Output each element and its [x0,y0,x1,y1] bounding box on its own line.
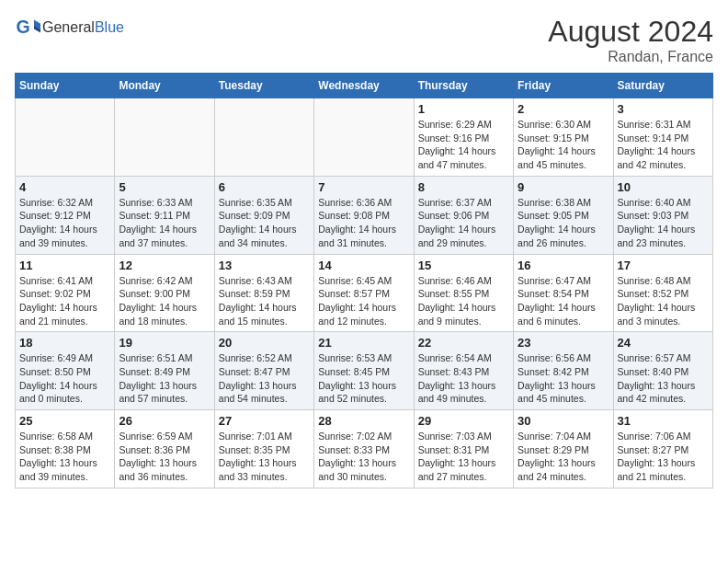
calendar-cell [115,98,214,177]
day-info: Sunrise: 6:40 AMSunset: 9:03 PMDaylight:… [618,196,709,250]
calendar-cell: 22Sunrise: 6:54 AMSunset: 8:43 PMDayligh… [414,332,513,410]
calendar-week-row: 1Sunrise: 6:29 AMSunset: 9:16 PMDaylight… [16,98,713,177]
day-number: 6 [219,180,310,194]
calendar-cell: 7Sunrise: 6:36 AMSunset: 9:08 PMDaylight… [314,176,414,254]
day-number: 18 [19,336,110,350]
calendar-cell [16,98,115,177]
calendar-header-thursday: Thursday [414,74,513,98]
calendar-cell: 14Sunrise: 6:45 AMSunset: 8:57 PMDayligh… [314,254,414,332]
day-number: 15 [418,259,509,272]
calendar-cell [314,98,414,177]
calendar-cell: 5Sunrise: 6:33 AMSunset: 9:11 PMDaylight… [115,176,214,254]
day-number: 30 [518,414,609,428]
calendar-cell: 26Sunrise: 6:59 AMSunset: 8:36 PMDayligh… [115,410,214,488]
calendar-week-row: 25Sunrise: 6:58 AMSunset: 8:38 PMDayligh… [16,410,713,488]
day-number: 2 [518,102,609,116]
day-number: 7 [318,180,409,194]
calendar-cell: 17Sunrise: 6:48 AMSunset: 8:52 PMDayligh… [613,254,712,332]
day-number: 10 [618,180,709,194]
day-info: Sunrise: 6:58 AMSunset: 8:38 PMDaylight:… [19,430,110,484]
title-section: August 2024 Randan, France [548,15,713,65]
day-number: 8 [418,180,509,194]
calendar-week-row: 4Sunrise: 6:32 AMSunset: 9:12 PMDaylight… [16,176,713,254]
day-info: Sunrise: 6:47 AMSunset: 8:54 PMDaylight:… [518,274,609,328]
day-number: 24 [618,336,709,350]
calendar-cell: 18Sunrise: 6:49 AMSunset: 8:50 PMDayligh… [16,332,115,410]
day-number: 1 [418,102,509,116]
calendar-cell: 3Sunrise: 6:31 AMSunset: 9:14 PMDaylight… [613,98,712,177]
logo-blue-text: Blue [95,19,124,35]
calendar-header-saturday: Saturday [613,74,712,98]
day-info: Sunrise: 7:04 AMSunset: 8:29 PMDaylight:… [518,430,609,484]
day-info: Sunrise: 6:59 AMSunset: 8:36 PMDaylight:… [119,430,210,484]
day-info: Sunrise: 6:52 AMSunset: 8:47 PMDaylight:… [219,351,310,406]
calendar-cell: 29Sunrise: 7:03 AMSunset: 8:31 PMDayligh… [414,410,513,488]
calendar-cell: 8Sunrise: 6:37 AMSunset: 9:06 PMDaylight… [414,176,513,254]
calendar-cell: 4Sunrise: 6:32 AMSunset: 9:12 PMDaylight… [16,176,115,254]
calendar-cell: 28Sunrise: 7:02 AMSunset: 8:33 PMDayligh… [314,410,414,488]
day-number: 4 [19,180,110,194]
calendar-header-wednesday: Wednesday [314,74,414,98]
calendar-week-row: 18Sunrise: 6:49 AMSunset: 8:50 PMDayligh… [16,332,713,410]
day-info: Sunrise: 6:54 AMSunset: 8:43 PMDaylight:… [418,351,509,406]
calendar-header-tuesday: Tuesday [214,74,313,98]
day-info: Sunrise: 7:01 AMSunset: 8:35 PMDaylight:… [219,430,310,484]
month-year: August 2024 [548,15,713,49]
calendar-cell: 2Sunrise: 6:30 AMSunset: 9:15 PMDaylight… [514,98,613,177]
calendar-cell: 27Sunrise: 7:01 AMSunset: 8:35 PMDayligh… [214,410,313,488]
calendar-cell: 24Sunrise: 6:57 AMSunset: 8:40 PMDayligh… [613,332,712,410]
calendar-cell: 19Sunrise: 6:51 AMSunset: 8:49 PMDayligh… [115,332,214,410]
day-info: Sunrise: 6:37 AMSunset: 9:06 PMDaylight:… [418,196,509,250]
day-info: Sunrise: 7:03 AMSunset: 8:31 PMDaylight:… [418,430,509,484]
calendar-cell: 1Sunrise: 6:29 AMSunset: 9:16 PMDaylight… [414,98,513,177]
day-info: Sunrise: 6:33 AMSunset: 9:11 PMDaylight:… [119,196,210,250]
day-info: Sunrise: 6:36 AMSunset: 9:08 PMDaylight:… [318,196,409,250]
day-number: 16 [518,259,609,272]
day-info: Sunrise: 6:56 AMSunset: 8:42 PMDaylight:… [518,351,609,406]
calendar-cell: 31Sunrise: 7:06 AMSunset: 8:27 PMDayligh… [613,410,712,488]
calendar-cell: 20Sunrise: 6:52 AMSunset: 8:47 PMDayligh… [214,332,313,410]
day-info: Sunrise: 6:53 AMSunset: 8:45 PMDaylight:… [318,351,409,406]
calendar-header-monday: Monday [115,74,214,98]
day-number: 23 [518,336,609,350]
day-info: Sunrise: 6:41 AMSunset: 9:02 PMDaylight:… [19,274,110,328]
calendar-week-row: 11Sunrise: 6:41 AMSunset: 9:02 PMDayligh… [16,254,713,332]
calendar-cell: 6Sunrise: 6:35 AMSunset: 9:09 PMDaylight… [214,176,313,254]
logo-general-text: General [42,19,95,35]
day-number: 25 [19,414,110,428]
day-number: 3 [618,102,709,116]
logo-icon: G [15,15,40,40]
day-info: Sunrise: 6:48 AMSunset: 8:52 PMDaylight:… [618,274,709,328]
calendar-header-friday: Friday [514,74,613,98]
day-info: Sunrise: 7:02 AMSunset: 8:33 PMDaylight:… [318,430,409,484]
day-info: Sunrise: 7:06 AMSunset: 8:27 PMDaylight:… [618,430,709,484]
day-number: 27 [219,414,310,428]
day-number: 12 [119,259,210,272]
day-info: Sunrise: 6:49 AMSunset: 8:50 PMDaylight:… [19,351,110,406]
day-info: Sunrise: 6:31 AMSunset: 9:14 PMDaylight:… [618,118,709,172]
day-info: Sunrise: 6:57 AMSunset: 8:40 PMDaylight:… [618,351,709,406]
day-number: 29 [418,414,509,428]
svg-text:G: G [16,17,29,37]
day-info: Sunrise: 6:43 AMSunset: 8:59 PMDaylight:… [219,274,310,328]
calendar-cell: 30Sunrise: 7:04 AMSunset: 8:29 PMDayligh… [514,410,613,488]
calendar-header-sunday: Sunday [16,74,115,98]
calendar-cell: 21Sunrise: 6:53 AMSunset: 8:45 PMDayligh… [314,332,414,410]
day-info: Sunrise: 6:35 AMSunset: 9:09 PMDaylight:… [219,196,310,250]
calendar-cell: 15Sunrise: 6:46 AMSunset: 8:55 PMDayligh… [414,254,513,332]
day-number: 14 [318,259,409,272]
calendar-cell: 16Sunrise: 6:47 AMSunset: 8:54 PMDayligh… [514,254,613,332]
logo: G GeneralBlue [15,15,124,40]
calendar-cell: 12Sunrise: 6:42 AMSunset: 9:00 PMDayligh… [115,254,214,332]
day-info: Sunrise: 6:32 AMSunset: 9:12 PMDaylight:… [19,196,110,250]
calendar-cell: 9Sunrise: 6:38 AMSunset: 9:05 PMDaylight… [514,176,613,254]
logo-text: GeneralBlue [42,19,124,36]
page-header: G GeneralBlue August 2024 Randan, France [15,15,713,65]
day-number: 13 [219,259,310,272]
calendar-cell: 10Sunrise: 6:40 AMSunset: 9:03 PMDayligh… [613,176,712,254]
day-number: 21 [318,336,409,350]
calendar-cell: 11Sunrise: 6:41 AMSunset: 9:02 PMDayligh… [16,254,115,332]
day-number: 31 [618,414,709,428]
calendar-table: SundayMondayTuesdayWednesdayThursdayFrid… [15,73,713,488]
day-info: Sunrise: 6:29 AMSunset: 9:16 PMDaylight:… [418,118,509,172]
